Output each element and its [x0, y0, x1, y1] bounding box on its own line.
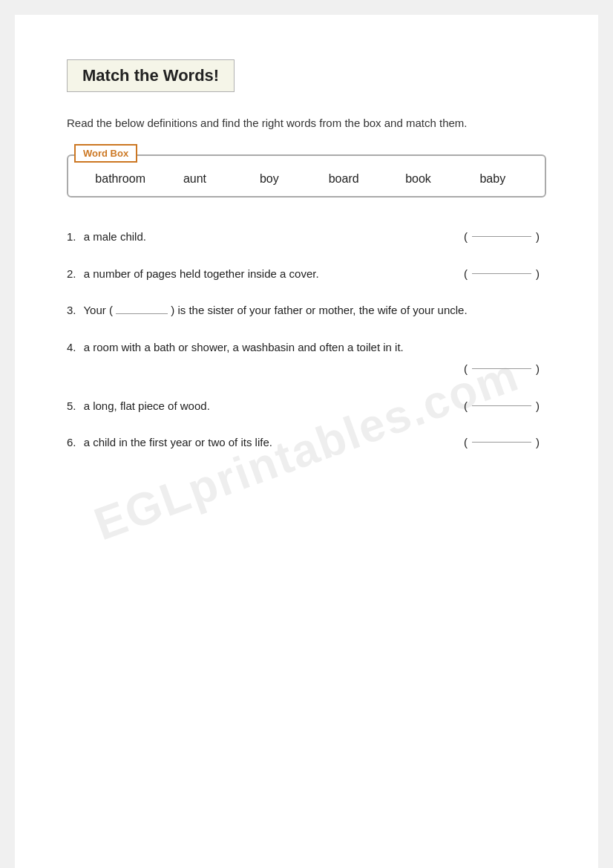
word-box-container: Word Box bathroom aunt boy board book ba…	[67, 154, 546, 198]
question-4-text: a room with a bath or shower, a washbasi…	[84, 341, 404, 353]
question-3: 3. Your ( ) is the sister of your father…	[67, 301, 546, 320]
question-2-row: 2. a number of pages held together insid…	[67, 264, 546, 284]
question-3-inline-blank[interactable]	[116, 313, 168, 314]
question-6: 6. a child in the first year or two of i…	[67, 433, 546, 452]
question-3-num: 3.	[67, 304, 76, 316]
open-paren-5: (	[464, 397, 468, 416]
question-1-answer: ( )	[457, 227, 546, 247]
close-paren-6: )	[536, 433, 540, 452]
question-6-num: 6.	[67, 436, 76, 448]
word-item-1: aunt	[157, 172, 232, 186]
question-4-answer-row: ( )	[67, 359, 546, 379]
open-paren-6: (	[464, 433, 468, 452]
word-box-inner: bathroom aunt boy board book baby	[67, 154, 546, 198]
open-paren-4: (	[464, 359, 468, 379]
instructions-text: Read the below definitions and find the …	[67, 114, 546, 132]
answer-line-2[interactable]	[472, 273, 531, 274]
question-3-text-before: Your (	[83, 304, 112, 316]
word-item-0: bathroom	[83, 172, 157, 186]
question-6-answer: ( )	[457, 433, 546, 452]
question-1: 1. a male child. ( )	[67, 227, 546, 247]
question-5: 5. a long, flat piece of wood. ( )	[67, 397, 546, 416]
close-paren-4: )	[536, 359, 540, 379]
question-1-row: 1. a male child. ( )	[67, 227, 546, 247]
question-2-answer: ( )	[457, 264, 546, 284]
question-1-left: 1. a male child.	[67, 227, 457, 247]
question-6-left: 6. a child in the first year or two of i…	[67, 433, 457, 452]
answer-line-5[interactable]	[472, 405, 531, 406]
question-3-text-after: ) is the sister of your father or mother…	[171, 304, 467, 316]
question-4-text-block: 4. a room with a bath or shower, a washb…	[67, 338, 546, 357]
question-6-row: 6. a child in the first year or two of i…	[67, 433, 546, 452]
title-box: Match the Words!	[67, 59, 235, 92]
questions-section: 1. a male child. ( ) 2. a number of page…	[67, 227, 546, 452]
answer-line-6[interactable]	[472, 442, 531, 443]
question-5-text: a long, flat piece of wood.	[84, 399, 210, 412]
answer-line-4[interactable]	[472, 368, 531, 369]
open-paren-2: (	[464, 264, 468, 284]
question-5-answer: ( )	[457, 397, 546, 416]
question-4-answer: ( )	[457, 359, 546, 379]
close-paren-2: )	[536, 264, 540, 284]
question-2-left: 2. a number of pages held together insid…	[67, 264, 457, 284]
question-5-num: 5.	[67, 399, 76, 412]
question-1-num: 1.	[67, 230, 76, 243]
word-item-3: board	[306, 172, 381, 186]
question-1-text: a male child.	[84, 230, 146, 243]
word-box-label: Word Box	[74, 144, 137, 163]
question-6-text: a child in the first year or two of its …	[84, 436, 272, 448]
close-paren-5: )	[536, 397, 540, 416]
word-item-2: boy	[232, 172, 306, 186]
close-paren-1: )	[536, 227, 540, 247]
page-title: Match the Words!	[82, 66, 219, 85]
question-5-left: 5. a long, flat piece of wood.	[67, 397, 457, 416]
worksheet-page: EGLprintables.com Match the Words! Read …	[15, 15, 598, 868]
question-4-num: 4.	[67, 341, 76, 353]
question-2: 2. a number of pages held together insid…	[67, 264, 546, 284]
question-2-num: 2.	[67, 267, 76, 280]
question-5-row: 5. a long, flat piece of wood. ( )	[67, 397, 546, 416]
word-item-5: baby	[456, 172, 530, 186]
word-item-4: book	[381, 172, 455, 186]
question-2-text: a number of pages held together inside a…	[84, 267, 319, 280]
question-4: 4. a room with a bath or shower, a washb…	[67, 338, 546, 379]
answer-line-1[interactable]	[472, 236, 531, 237]
open-paren-1: (	[464, 227, 468, 247]
